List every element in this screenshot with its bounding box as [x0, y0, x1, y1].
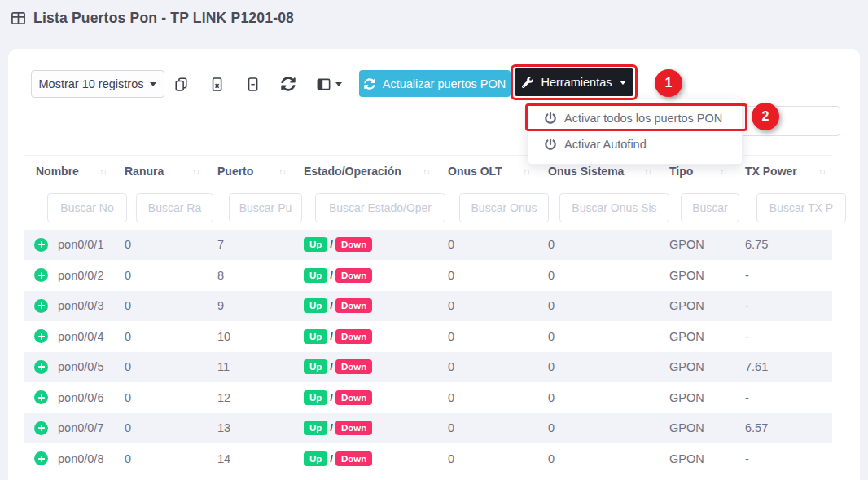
- expand-row-button[interactable]: [34, 299, 48, 313]
- column-header-onus-olt[interactable]: Onus OLT↑↓: [436, 156, 537, 187]
- ranura-cell: 0: [113, 382, 206, 413]
- column-header-puerto[interactable]: Puerto↑↓: [206, 156, 292, 187]
- expand-row-button[interactable]: [34, 329, 48, 343]
- tools-dropdown-menu: Activar todos los puertos PON Activar Au…: [528, 99, 743, 165]
- port-name: pon0/0/8: [58, 452, 103, 465]
- table-row: pon0/0/2 0 8 Up/Down 0 0 GPON -: [24, 260, 832, 291]
- status-up-badge: Up: [304, 268, 327, 283]
- expand-row-button[interactable]: [34, 238, 48, 252]
- sort-icon[interactable]: ↑↓: [423, 166, 430, 176]
- expand-row-button[interactable]: [34, 360, 48, 374]
- ranura-cell: 0: [113, 321, 206, 352]
- expand-row-button[interactable]: [34, 390, 48, 404]
- tipo-cell: GPON: [658, 352, 734, 383]
- estado-cell: Up/Down: [292, 382, 436, 413]
- port-name: pon0/0/3: [58, 299, 103, 312]
- table-row: pon0/0/4 0 10 Up/Down 0 0 GPON -: [24, 321, 832, 352]
- sort-icon[interactable]: ↑↓: [818, 166, 826, 176]
- filter-tipo-input[interactable]: [681, 193, 739, 222]
- filter-onus-olt-input[interactable]: [459, 193, 549, 222]
- annotation-step-badge-1: 1: [655, 69, 682, 97]
- column-header-tx-power[interactable]: TX Power↑↓: [734, 156, 832, 187]
- puerto-cell: 7: [206, 230, 292, 261]
- port-name: pon0/0/2: [58, 269, 103, 282]
- onus-olt-cell: 0: [436, 230, 537, 261]
- column-header-nombre[interactable]: Nombre↑↓: [24, 156, 113, 187]
- expand-row-button[interactable]: [34, 451, 48, 465]
- show-entries-dropdown[interactable]: Mostrar 10 registros: [31, 70, 164, 98]
- tx-power-cell: 6.75: [734, 230, 832, 261]
- column-header-ranura[interactable]: Ranura↑↓: [113, 156, 206, 187]
- status-separator: /: [330, 391, 333, 403]
- status-up-badge: Up: [304, 390, 327, 405]
- export-toolbar: [173, 70, 342, 98]
- pon-ports-table: Nombre↑↓ Ranura↑↓ Puerto↑↓ Estado/Operac…: [24, 155, 832, 474]
- status-down-badge: Down: [335, 268, 372, 283]
- export-excel-icon[interactable]: [209, 77, 225, 92]
- update-pon-ports-button[interactable]: Actualizar puertos PON: [359, 70, 511, 97]
- power-icon: [545, 112, 556, 124]
- column-header-estado[interactable]: Estado/Operación↑↓: [292, 156, 436, 187]
- status-separator: /: [330, 452, 333, 465]
- puerto-cell: 8: [206, 260, 292, 291]
- filter-ranura-input[interactable]: [136, 193, 213, 222]
- onus-olt-cell: 0: [436, 413, 537, 444]
- port-name: pon0/0/6: [58, 391, 103, 404]
- table-row: pon0/0/5 0 11 Up/Down 0 0 GPON 7.61: [24, 352, 832, 383]
- status-separator: /: [330, 269, 333, 281]
- tx-power-cell: -: [734, 382, 832, 413]
- table-row: pon0/0/8 0 14 Up/Down 0 0 GPON -: [24, 443, 832, 474]
- tx-power-cell: 6.57: [734, 413, 832, 444]
- column-filter-row: [24, 187, 832, 230]
- wrench-icon: [522, 77, 533, 88]
- onus-sistema-cell: 0: [537, 291, 658, 322]
- port-name: pon0/0/7: [58, 421, 103, 434]
- tipo-cell: GPON: [658, 230, 734, 261]
- column-visibility-icon[interactable]: [316, 77, 342, 92]
- onus-sistema-cell: 0: [537, 413, 658, 444]
- onus-sistema-cell: 0: [537, 443, 658, 474]
- ranura-cell: 0: [113, 352, 206, 383]
- page-title: Lista Puertos Pon - TP LINK P1201-08: [11, 10, 294, 27]
- status-separator: /: [330, 360, 333, 372]
- tipo-cell: GPON: [658, 382, 734, 413]
- tools-dropdown-button[interactable]: Herramientas: [515, 68, 633, 96]
- status-separator: /: [330, 238, 333, 250]
- sort-icon[interactable]: ↑↓: [99, 166, 107, 176]
- ranura-cell: 0: [113, 230, 206, 261]
- sort-icon[interactable]: ↑↓: [523, 166, 530, 176]
- power-icon: [545, 139, 556, 150]
- status-down-badge: Down: [335, 390, 372, 405]
- tipo-cell: GPON: [658, 260, 734, 291]
- menu-item-activate-all-pon-ports[interactable]: Activar todos los puertos PON: [528, 105, 742, 131]
- status-down-badge: Down: [335, 421, 372, 435]
- sort-icon[interactable]: ↑↓: [644, 166, 651, 176]
- sort-icon[interactable]: ↑↓: [720, 166, 727, 176]
- filter-tx-power-input[interactable]: [756, 193, 846, 222]
- table-row: pon0/0/1 0 7 Up/Down 0 0 GPON 6.75: [24, 230, 832, 261]
- expand-row-button[interactable]: [34, 268, 48, 282]
- ranura-cell: 0: [113, 443, 206, 474]
- filter-puerto-input[interactable]: [229, 193, 302, 222]
- tx-power-cell: -: [734, 260, 832, 291]
- sort-icon[interactable]: ↑↓: [192, 166, 199, 176]
- onus-olt-cell: 0: [436, 260, 537, 291]
- sort-icon[interactable]: ↑↓: [278, 166, 286, 176]
- puerto-cell: 11: [206, 352, 292, 383]
- status-up-badge: Up: [304, 329, 327, 344]
- menu-item-activate-autofind[interactable]: Activar Autofind: [528, 131, 742, 157]
- copy-icon[interactable]: [173, 77, 189, 92]
- status-separator: /: [330, 299, 333, 311]
- puerto-cell: 14: [206, 443, 292, 474]
- filter-onus-sistema-input[interactable]: [559, 193, 669, 222]
- refresh-icon[interactable]: [281, 77, 296, 91]
- tx-power-cell: -: [734, 321, 832, 352]
- filter-nombre-input[interactable]: [47, 193, 127, 222]
- puerto-cell: 13: [206, 413, 292, 444]
- status-down-badge: Down: [335, 298, 372, 313]
- menu-item-label: Activar Autofind: [564, 138, 647, 151]
- status-down-badge: Down: [335, 329, 372, 344]
- export-file-icon[interactable]: [245, 77, 261, 92]
- expand-row-button[interactable]: [34, 421, 48, 435]
- filter-estado-input[interactable]: [315, 193, 445, 222]
